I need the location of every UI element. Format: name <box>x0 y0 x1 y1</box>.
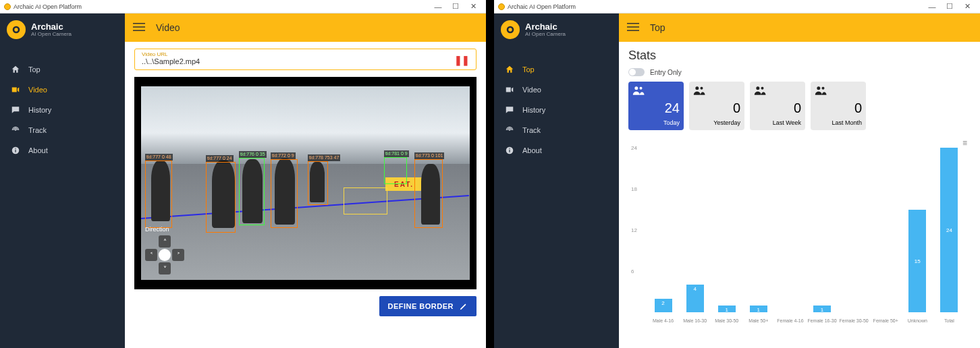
people-icon <box>754 86 801 96</box>
svg-rect-14 <box>509 148 510 149</box>
video-url-value: ..\..\Sample2.mp4 <box>142 52 454 65</box>
svg-point-2 <box>15 129 16 131</box>
entry-only-toggle[interactable]: Entry Only <box>628 68 971 76</box>
chart-y-label: 12 <box>631 227 637 233</box>
brand-subtitle: AI Open Camera <box>31 31 72 37</box>
detection-box: tid:777 0 48 <box>145 161 172 228</box>
direction-label: Direction <box>145 226 184 233</box>
dpad-center[interactable] <box>159 249 171 261</box>
window-title: Archaic AI Open Platform <box>13 3 82 10</box>
sidebar-item-video[interactable]: Video <box>494 80 619 100</box>
minimize-button[interactable]: — <box>429 3 447 11</box>
dpad-left[interactable]: ˂ <box>145 249 157 261</box>
sidebar-item-history[interactable]: History <box>494 100 619 120</box>
card-label: Last Month <box>815 119 862 126</box>
card-today[interactable]: 24 Today <box>628 82 684 130</box>
chart-bar: 2 <box>655 299 672 312</box>
card-label: Last Week <box>754 119 801 126</box>
dpad-up[interactable]: ˄ <box>159 235 171 248</box>
card-value: 24 <box>632 96 680 119</box>
brand-name: Archaic <box>525 22 566 31</box>
chart-bar: 24 <box>940 148 958 312</box>
titlebar: Archaic AI Open Platform — ☐ ✕ <box>0 0 486 13</box>
svg-point-18 <box>634 86 638 90</box>
pause-icon[interactable]: ❚❚ <box>454 55 469 65</box>
sidebar-item-label: History <box>28 106 51 114</box>
stat-cards: 24 Today 0 Yesterday 0 Last Week <box>628 82 971 130</box>
brand-name: Archaic <box>31 22 72 31</box>
card-lastmonth[interactable]: 0 Last Month <box>811 82 866 130</box>
define-border-label: DEFINE BORDER <box>387 302 454 310</box>
chart-x-label: Female 30-50 <box>838 318 870 323</box>
info-icon <box>9 146 22 155</box>
chart-bar: 1 <box>813 306 831 312</box>
sidebar-item-about[interactable]: About <box>494 140 619 161</box>
camera-icon <box>503 85 516 94</box>
sidebar-item-top[interactable]: Top <box>494 59 619 80</box>
chart-y-label: 18 <box>631 186 637 192</box>
hamburger-icon[interactable] <box>133 22 145 34</box>
chart-x-label: Male 30-50 <box>711 318 742 323</box>
bar-chart: 241111524 <box>647 148 965 312</box>
sidebar: Archaic AI Open Camera Top Video History <box>0 13 125 348</box>
minimize-button[interactable]: — <box>923 3 941 11</box>
sidebar-item-label: About <box>28 146 48 154</box>
chart-x-label: Female 50+ <box>870 318 902 323</box>
dpad-down[interactable]: ˅ <box>159 262 171 274</box>
info-icon <box>503 146 516 155</box>
sidebar-item-track[interactable]: Track <box>494 120 619 140</box>
chart-bar: 4 <box>686 285 704 312</box>
window-video: Archaic AI Open Platform — ☐ ✕ Archaic A… <box>0 0 486 348</box>
maximize-button[interactable]: ☐ <box>941 2 958 11</box>
app-favicon <box>4 3 11 10</box>
svg-rect-4 <box>15 150 16 152</box>
chart-bar: 1 <box>718 306 736 312</box>
titlebar: Archaic AI Open Platform — ☐ ✕ <box>494 0 980 13</box>
video-url-label: Video URL <box>142 51 168 57</box>
video-scene: EAT. tid:777 0 48 tid:777 0 24 tid:776 0… <box>141 86 470 280</box>
svg-point-10 <box>508 28 512 31</box>
stats-title: Stats <box>628 49 971 63</box>
sidebar-item-video[interactable]: Video <box>0 80 125 100</box>
sidebar-item-top[interactable]: Top <box>0 59 125 80</box>
camera-icon <box>9 85 22 94</box>
chart-x-label: Unknown <box>902 318 933 323</box>
people-icon <box>693 86 740 96</box>
card-lastweek[interactable]: 0 Last Week <box>750 82 805 130</box>
svg-rect-13 <box>509 150 510 152</box>
dpad-right[interactable]: ˃ <box>172 249 184 261</box>
people-icon <box>815 86 862 96</box>
close-button[interactable]: ✕ <box>464 2 482 11</box>
svg-point-24 <box>817 86 820 90</box>
sidebar-item-label: History <box>522 106 545 114</box>
sidebar: Archaic AI Open Camera Top Video History <box>494 13 619 348</box>
hamburger-icon[interactable] <box>627 22 639 34</box>
sidebar-item-label: Top <box>522 65 535 74</box>
chart-y-label: 6 <box>631 268 634 274</box>
brand-subtitle: AI Open Camera <box>525 31 566 37</box>
detection-box <box>344 187 387 214</box>
chart-x-label: Male 16-30 <box>679 318 711 323</box>
sidebar-item-about[interactable]: About <box>0 140 125 161</box>
define-border-button[interactable]: DEFINE BORDER <box>379 296 477 316</box>
topbar: Video <box>125 13 486 42</box>
maximize-button[interactable]: ☐ <box>447 2 464 11</box>
sidebar-item-label: About <box>522 146 542 154</box>
svg-point-21 <box>701 87 703 90</box>
chart-menu-icon[interactable]: ≡ <box>962 138 968 148</box>
chart-x-label: Male 4-16 <box>647 318 679 323</box>
track-icon <box>9 125 22 135</box>
sidebar-item-history[interactable]: History <box>0 100 125 120</box>
detection-box: tid:781 0 9 <box>384 157 407 184</box>
close-button[interactable]: ✕ <box>958 2 976 11</box>
card-yesterday[interactable]: 0 Yesterday <box>689 82 744 130</box>
chart-x-label: Total <box>933 318 965 323</box>
video-viewport: EAT. tid:777 0 48 tid:777 0 24 tid:776 0… <box>134 77 477 289</box>
sidebar-item-track[interactable]: Track <box>0 120 125 140</box>
detection-box: tid:777 0 24 <box>206 162 236 233</box>
brand-logo: Archaic AI Open Camera <box>494 13 619 46</box>
home-icon <box>9 65 22 74</box>
sidebar-item-label: Video <box>522 86 541 94</box>
people-icon <box>632 86 680 96</box>
video-url-field[interactable]: Video URL ..\..\Sample2.mp4 ❚❚ <box>134 49 477 70</box>
